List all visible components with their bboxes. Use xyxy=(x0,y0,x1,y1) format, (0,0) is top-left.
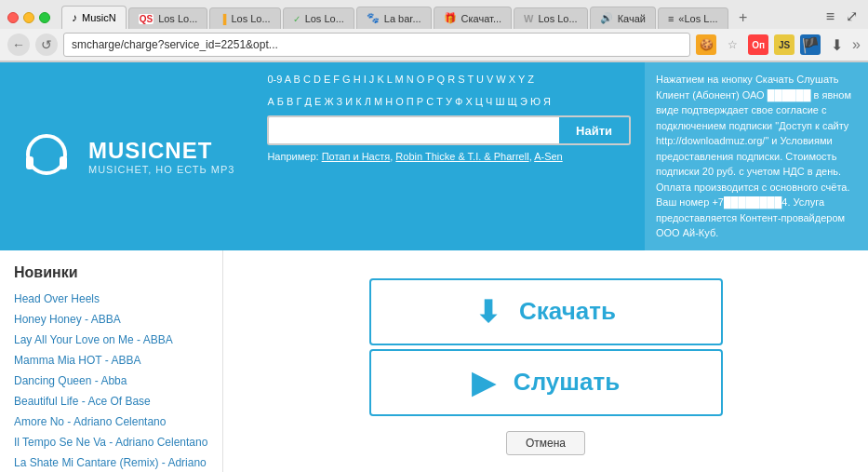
sidebar-link-8[interactable]: La Shate Mi Cantare (Remix) - Adriano Ce… xyxy=(14,456,207,473)
sidebar-link-5[interactable]: Beautiful Life - Ace Of Base xyxy=(14,395,151,408)
header-center: 0-9 A B C D E F G H I J K L M N O P Q R … xyxy=(253,62,645,250)
logo-text: MUSICNET MUSICHET, НО ЕСТЬ МР3 xyxy=(88,138,234,175)
list-item: Il Tempo Se Ne Va - Adriano Celentano xyxy=(14,434,208,451)
example-link-1[interactable]: Потап и Настя xyxy=(322,151,391,162)
address-bar[interactable] xyxy=(63,33,690,57)
download-icon[interactable]: ⬇ xyxy=(826,34,847,55)
tabs-bar: ♪ MusicN QS Los Lo... ▐ Los Lo... ✓ Los … xyxy=(61,6,861,29)
sidebar-link-7[interactable]: Il Tempo Se Ne Va - Adriano Celentano xyxy=(14,436,207,449)
site-header: MUSICNET MUSICHET, НО ЕСТЬ МР3 0-9 A B C… xyxy=(0,62,868,250)
sidebar-link-1[interactable]: Honey Honey - ABBA xyxy=(14,313,121,326)
svg-rect-2 xyxy=(60,156,67,169)
tab-los1[interactable]: QS Los Lo... xyxy=(128,7,208,29)
sidebar-link-6[interactable]: Amore No - Adriano Celentano xyxy=(14,415,166,428)
list-item: La Shate Mi Cantare (Remix) - Adriano Ce… xyxy=(14,454,208,473)
sidebar-link-3[interactable]: Mamma Mia HOT - ABBA xyxy=(14,354,140,367)
op-icon[interactable]: Oп xyxy=(748,34,768,55)
download-label: Скачать xyxy=(519,297,616,326)
list-item: Honey Honey - ABBA xyxy=(14,311,208,328)
page-content: MUSICNET MUSICHET, НО ЕСТЬ МР3 0-9 A B C… xyxy=(0,62,868,472)
tab-skachat[interactable]: 🎁 Скачат... xyxy=(434,7,512,29)
nav-bar: ← ↺ 🍪 ☆ Oп JS 🏴 ⬇ » xyxy=(0,29,868,61)
content-area: ⬇ Скачать ▶ Слушать Отмена xyxy=(223,250,868,473)
sidebar-link-4[interactable]: Dancing Queen - Abba xyxy=(14,374,127,387)
new-tab-btn[interactable]: + xyxy=(732,7,754,29)
search-input[interactable] xyxy=(267,115,559,145)
maximize-window-btn[interactable] xyxy=(39,12,50,23)
download-icon: ⬇ xyxy=(475,294,501,330)
reload-btn[interactable]: ↺ xyxy=(35,34,58,56)
notice-text: Нажатием на кнопку Скачать Слушать Клиен… xyxy=(656,72,857,241)
back-btn[interactable]: ← xyxy=(7,34,30,56)
nav-icons: 🍪 ☆ Oп JS 🏴 ⬇ » xyxy=(696,34,861,55)
listen-label: Слушать xyxy=(514,368,620,397)
sidebar-list: Head Over Heels Honey Honey - ABBA Lay A… xyxy=(14,290,208,473)
cookie-icon[interactable]: 🍪 xyxy=(696,34,716,55)
listen-button[interactable]: ▶ Слушать xyxy=(369,349,723,416)
flag-icon[interactable]: 🏴 xyxy=(800,34,821,55)
list-item: Beautiful Life - Ace Of Base xyxy=(14,393,208,410)
list-item: Lay All Your Love on Me - ABBA xyxy=(14,331,208,348)
list-item: Head Over Heels xyxy=(14,290,208,307)
tab-musicnet[interactable]: ♪ MusicN xyxy=(61,6,127,29)
tab-los3[interactable]: ✓ Los Lo... xyxy=(283,7,354,29)
tab-kachai[interactable]: 🔊 Качай xyxy=(590,7,656,29)
search-btn[interactable]: Найти xyxy=(559,115,631,145)
tab-labar[interactable]: 🐾 La bar... xyxy=(356,7,432,29)
search-row: Найти xyxy=(267,115,631,145)
fullscreen-btn[interactable]: ⤢ xyxy=(843,7,861,25)
browser-chrome: ♪ MusicN QS Los Lo... ▐ Los Lo... ✓ Los … xyxy=(0,0,868,62)
tab-wiki[interactable]: W Los Lo... xyxy=(514,7,588,29)
svg-rect-1 xyxy=(26,156,33,169)
js-icon[interactable]: JS xyxy=(774,34,795,55)
tab-los2[interactable]: ▐ Los Lo... xyxy=(209,7,280,29)
search-examples: Например: Потап и Настя, Robin Thicke & … xyxy=(267,151,631,162)
minimize-window-btn[interactable] xyxy=(23,12,34,23)
sidebar-title: Новинки xyxy=(14,264,208,281)
sidebar: Новинки Head Over Heels Honey Honey - AB… xyxy=(0,250,223,473)
close-window-btn[interactable] xyxy=(7,12,19,23)
tab-list-btn[interactable]: ≡ xyxy=(823,8,837,25)
header-left: MUSICNET MUSICHET, НО ЕСТЬ МР3 xyxy=(0,62,253,250)
site-name: MUSICNET xyxy=(88,138,234,164)
site-tagline: MUSICHET, НО ЕСТЬ МР3 xyxy=(88,164,234,175)
list-item: Mamma Mia HOT - ABBA xyxy=(14,352,208,369)
example-link-3[interactable]: A-Sen xyxy=(534,151,563,162)
tab-menu: ≡ ⤢ xyxy=(823,7,861,29)
alphabet-row-latin: 0-9 A B C D E F G H I J K L M N O P Q R … xyxy=(267,72,631,88)
bookmark-icon[interactable]: ☆ xyxy=(722,34,742,55)
alphabet-row-cyrillic: А Б В Г Д Е Ж З И К Л М Н О П Р С Т У Ф … xyxy=(267,94,631,111)
cancel-button[interactable]: Отмена xyxy=(506,431,585,455)
header-right-notice: Нажатием на кнопку Скачать Слушать Клиен… xyxy=(645,62,868,250)
window-controls xyxy=(7,12,50,23)
list-item: Dancing Queen - Abba xyxy=(14,372,208,389)
sidebar-link-0[interactable]: Head Over Heels xyxy=(14,292,100,305)
example-link-2[interactable]: Robin Thicke & T.I. & Pharrell xyxy=(395,151,528,162)
play-icon: ▶ xyxy=(472,365,495,400)
tab-losquote[interactable]: ≡ «Los L... xyxy=(658,7,728,29)
list-item: Amore No - Adriano Celentano xyxy=(14,413,208,430)
title-bar: ♪ MusicN QS Los Lo... ▐ Los Lo... ✓ Los … xyxy=(0,0,868,29)
main-area: Новинки Head Over Heels Honey Honey - AB… xyxy=(0,250,868,473)
sidebar-link-2[interactable]: Lay All Your Love on Me - ABBA xyxy=(14,333,173,346)
download-button[interactable]: ⬇ Скачать xyxy=(369,278,723,345)
more-btn[interactable]: » xyxy=(852,36,861,53)
logo-headphones-icon xyxy=(19,128,74,184)
svg-point-0 xyxy=(28,136,65,173)
